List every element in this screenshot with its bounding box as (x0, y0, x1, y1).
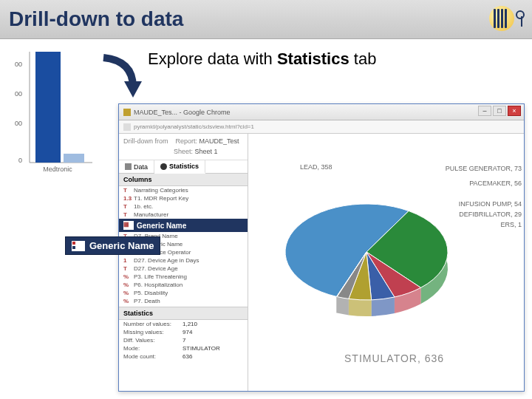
column-label: D27. Device Age in Days (134, 257, 200, 264)
stats-value: 1,210 (183, 321, 197, 327)
column-label: P3. Life Threatening (134, 273, 187, 280)
svg-text:Medtronic: Medtronic (43, 166, 72, 173)
maximize-button[interactable]: □ (493, 106, 506, 116)
stats-row: Mode:STIMULATOR (119, 344, 248, 352)
slide-header: Drill-down to data (0, 0, 532, 39)
column-item[interactable]: %P3. Life Threatening (119, 273, 248, 281)
barchart-fragment: 00 00 00 0 Medtronic (0, 44, 96, 177)
column-label: P7. Death (134, 298, 160, 304)
statistics-header: Statistics (119, 307, 248, 320)
pie-label-defib: DEFIBRILLATOR, 29 (459, 211, 522, 218)
app-sidebar: Drill-down from Report: MAUDE_Test Drill… (119, 134, 248, 391)
stats-row: Number of values:1,210 (119, 320, 248, 328)
close-button[interactable]: × (508, 106, 521, 116)
column-item[interactable]: %P6. Hospitalization (119, 281, 248, 289)
stats-key: Diff. Values: (123, 337, 183, 344)
tab-data[interactable]: Data (119, 160, 154, 173)
stats-icon (160, 163, 167, 170)
palette-icon (72, 241, 85, 251)
pie-label-stimulator: STIMULATOR, 636 (344, 352, 444, 364)
type-icon: % (123, 298, 131, 304)
pie-label-pulse: PULSE GENERATOR, 73 (446, 165, 522, 172)
column-item[interactable]: ▦Generic Name (119, 219, 248, 232)
pie-label-pace: PACEMAKER, 56 (469, 180, 522, 187)
arrow-icon (96, 52, 148, 103)
stats-row: Diff. Values:7 (119, 336, 248, 344)
favicon (123, 109, 131, 116)
column-label: Generic Name (137, 222, 186, 230)
stats-key: Missing values: (123, 329, 183, 335)
pie-label-lead: LEAD, 358 (300, 163, 332, 171)
column-item[interactable]: 1.3T1. MDR Report Key (119, 194, 248, 202)
stats-row: Mode count:636 (119, 352, 248, 361)
type-icon: T (123, 187, 131, 194)
stats-value: 974 (183, 329, 192, 335)
slide-title: Drill-down to data (9, 7, 183, 31)
window-title: MAUDE_Tes... - Google Chrome (134, 109, 231, 116)
type-icon: ▦ (123, 221, 134, 230)
type-icon: T (123, 211, 131, 218)
type-icon: 1.3 (123, 195, 131, 202)
grid-icon (125, 163, 132, 170)
stats-key: Mode count: (123, 353, 183, 360)
stats-key: Number of values: (123, 321, 183, 327)
page-icon (123, 123, 131, 131)
svg-text:0: 0 (18, 157, 22, 164)
tab-bar: Data Statistics (119, 160, 248, 174)
svg-rect-7 (64, 154, 84, 163)
column-item[interactable]: T1b. etc. (119, 202, 248, 211)
svg-text:00: 00 (15, 120, 22, 127)
column-label: 1b. etc. (134, 203, 153, 210)
type-icon: T (123, 203, 131, 210)
column-label: D27. Device Age (134, 265, 178, 272)
statistics-grid: Number of values:1,210Missing values:974… (119, 320, 248, 361)
pie-label-pump: INFUSION PUMP, 54 (459, 200, 522, 208)
browser-titlebar: MAUDE_Tes... - Google Chrome – □ × (119, 104, 524, 120)
stats-value: 636 (183, 353, 192, 360)
columns-header: Columns (119, 174, 248, 186)
type-icon: % (123, 290, 131, 296)
url-text: pyramid/polyanalyst/static/sdsview.html?… (134, 123, 254, 130)
type-icon: 1 (123, 257, 131, 264)
minimize-button[interactable]: – (478, 106, 491, 116)
svg-rect-6 (35, 52, 61, 163)
tab-statistics[interactable]: Statistics (154, 160, 205, 174)
type-icon: % (123, 282, 131, 288)
generic-name-callout: Generic Name (65, 236, 160, 255)
column-item[interactable]: TD27. Device Age (119, 265, 248, 273)
column-label: P6. Hospitalization (134, 282, 183, 288)
column-item[interactable]: TNarrating Categories (119, 186, 248, 194)
svg-text:00: 00 (15, 61, 22, 68)
pie-chart (270, 163, 514, 333)
column-label: T1. MDR Report Key (134, 195, 188, 202)
slide-subtitle: Explore data with Statistics tab (148, 50, 532, 69)
column-label: Narrating Categories (134, 187, 188, 194)
column-item[interactable]: %P7. Death (119, 297, 248, 305)
stats-key: Mode: (123, 345, 183, 352)
logo (486, 4, 523, 34)
stats-value: 7 (183, 337, 185, 344)
address-bar[interactable]: pyramid/polyanalyst/static/sdsview.html?… (119, 120, 524, 134)
svg-text:00: 00 (15, 90, 22, 98)
breadcrumb: Drill-down from Report: MAUDE_Test Drill… (119, 134, 248, 160)
type-icon: T (123, 265, 131, 272)
column-item[interactable]: 1D27. Device Age in Days (119, 256, 248, 265)
stats-value: STIMULATOR (183, 345, 220, 352)
column-item[interactable]: %P5. Disability (119, 289, 248, 297)
browser-window: MAUDE_Tes... - Google Chrome – □ × pyram… (118, 103, 525, 392)
type-icon: % (123, 273, 131, 280)
chart-pane: LEAD, 358 PULSE GENERATOR, 73 PACEMAKER,… (248, 134, 524, 391)
pie-label-ers: ERS, 1 (500, 221, 522, 228)
column-label: Manufacturer (134, 211, 168, 218)
stats-row: Missing values:974 (119, 328, 248, 336)
column-item[interactable]: TManufacturer (119, 211, 248, 219)
column-label: P5. Disability (134, 290, 168, 296)
